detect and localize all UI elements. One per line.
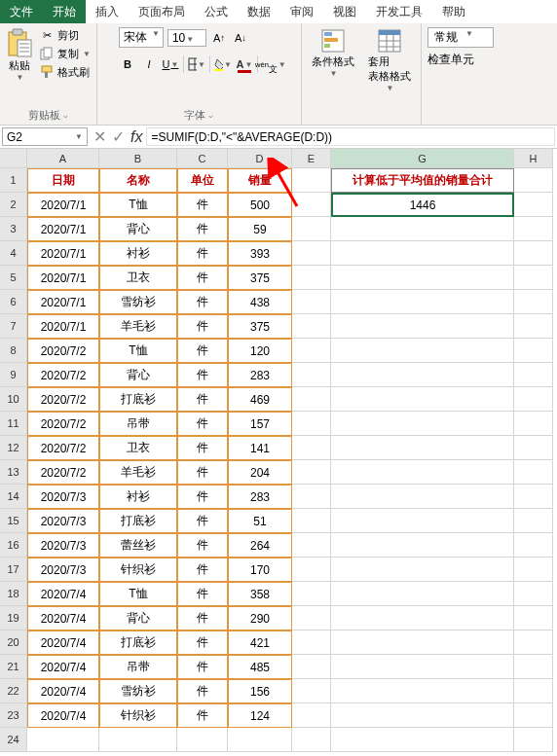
- cell[interactable]: [331, 460, 514, 485]
- cut-button[interactable]: ✂剪切: [39, 27, 91, 43]
- cell[interactable]: [331, 217, 514, 241]
- cell[interactable]: 2020/7/2: [27, 339, 99, 363]
- cell[interactable]: [514, 363, 553, 387]
- cell[interactable]: 2020/7/3: [27, 485, 99, 509]
- cell[interactable]: T恤: [99, 339, 177, 363]
- row-header[interactable]: 2: [0, 193, 27, 217]
- cell[interactable]: [292, 679, 331, 703]
- col-header-H[interactable]: H: [514, 149, 553, 168]
- cell[interactable]: [514, 314, 553, 339]
- cell[interactable]: [514, 217, 553, 241]
- cell[interactable]: [292, 339, 331, 363]
- cell[interactable]: [514, 655, 553, 679]
- cell[interactable]: 打底衫: [99, 630, 177, 655]
- decrease-font-button[interactable]: A↓: [232, 29, 249, 47]
- cell[interactable]: 438: [228, 290, 292, 314]
- cell[interactable]: [514, 679, 553, 703]
- cell[interactable]: [331, 387, 514, 412]
- cell[interactable]: 393: [228, 241, 292, 266]
- dialog-launcher-icon[interactable]: ⌵: [63, 111, 68, 120]
- cell[interactable]: [514, 509, 553, 533]
- cell[interactable]: T恤: [99, 193, 177, 217]
- cell[interactable]: [514, 703, 553, 728]
- cell[interactable]: 2020/7/1: [27, 290, 99, 314]
- format-as-table-button[interactable]: 套用 表格格式▼: [364, 27, 415, 92]
- cell[interactable]: [331, 558, 514, 582]
- cell[interactable]: 针织衫: [99, 558, 177, 582]
- cell[interactable]: [177, 728, 228, 752]
- cell[interactable]: [514, 533, 553, 558]
- cell[interactable]: [292, 558, 331, 582]
- row-header[interactable]: 4: [0, 241, 27, 266]
- cell[interactable]: 衬衫: [99, 485, 177, 509]
- number-format-select[interactable]: 常规▼: [427, 27, 494, 48]
- cell[interactable]: 500: [228, 193, 292, 217]
- cell[interactable]: 264: [228, 533, 292, 558]
- cell[interactable]: 打底衫: [99, 387, 177, 412]
- cell[interactable]: 名称: [99, 168, 177, 193]
- cell[interactable]: [514, 387, 553, 412]
- row-header[interactable]: 16: [0, 533, 27, 558]
- cell[interactable]: [331, 630, 514, 655]
- cell[interactable]: [331, 509, 514, 533]
- cell[interactable]: 421: [228, 630, 292, 655]
- cell[interactable]: 2020/7/1: [27, 266, 99, 290]
- cell[interactable]: [228, 728, 292, 752]
- cell[interactable]: 2020/7/1: [27, 193, 99, 217]
- col-header-B[interactable]: B: [99, 149, 177, 168]
- cell[interactable]: [292, 314, 331, 339]
- col-header-E[interactable]: E: [292, 149, 331, 168]
- col-header-A[interactable]: A: [27, 149, 99, 168]
- conditional-format-button[interactable]: 条件格式▼: [308, 27, 358, 78]
- cell[interactable]: [514, 339, 553, 363]
- cell[interactable]: 针织衫: [99, 703, 177, 728]
- tab-review[interactable]: 审阅: [280, 0, 323, 23]
- cell[interactable]: [292, 728, 331, 752]
- cell[interactable]: 件: [177, 436, 228, 460]
- select-all-corner[interactable]: [0, 149, 27, 168]
- cell[interactable]: 日期: [27, 168, 99, 193]
- row-header[interactable]: 6: [0, 290, 27, 314]
- cell[interactable]: 羊毛衫: [99, 314, 177, 339]
- row-header[interactable]: 13: [0, 460, 27, 485]
- row-header[interactable]: 23: [0, 703, 27, 728]
- cell[interactable]: 件: [177, 241, 228, 266]
- cell[interactable]: [331, 314, 514, 339]
- row-header[interactable]: 15: [0, 509, 27, 533]
- row-header[interactable]: 20: [0, 630, 27, 655]
- cell[interactable]: [514, 728, 553, 752]
- cell[interactable]: [514, 485, 553, 509]
- tab-insert[interactable]: 插入: [86, 0, 129, 23]
- cell[interactable]: 375: [228, 314, 292, 339]
- cell[interactable]: [292, 630, 331, 655]
- cell[interactable]: [292, 703, 331, 728]
- cell[interactable]: [292, 582, 331, 606]
- fx-icon[interactable]: fx: [130, 128, 142, 146]
- cell[interactable]: 件: [177, 679, 228, 703]
- cell[interactable]: [292, 485, 331, 509]
- cell[interactable]: [514, 168, 553, 193]
- cell[interactable]: 2020/7/1: [27, 241, 99, 266]
- cell[interactable]: [292, 509, 331, 533]
- cell[interactable]: [331, 679, 514, 703]
- cell[interactable]: 290: [228, 606, 292, 630]
- cell[interactable]: 2020/7/2: [27, 387, 99, 412]
- cell[interactable]: 124: [228, 703, 292, 728]
- cell[interactable]: 羊毛衫: [99, 460, 177, 485]
- border-button[interactable]: ▼: [188, 55, 205, 73]
- cell[interactable]: [331, 728, 514, 752]
- cell[interactable]: 2020/7/2: [27, 363, 99, 387]
- row-header[interactable]: 9: [0, 363, 27, 387]
- row-header[interactable]: 17: [0, 558, 27, 582]
- italic-button[interactable]: I: [140, 55, 158, 73]
- cell[interactable]: 件: [177, 582, 228, 606]
- font-size-select[interactable]: 10▼: [167, 29, 206, 47]
- cell[interactable]: [514, 241, 553, 266]
- tab-home[interactable]: 开始: [43, 0, 86, 23]
- cell[interactable]: [514, 266, 553, 290]
- cell[interactable]: [331, 703, 514, 728]
- tab-view[interactable]: 视图: [323, 0, 366, 23]
- cell[interactable]: [514, 460, 553, 485]
- cell[interactable]: 2020/7/3: [27, 533, 99, 558]
- cell[interactable]: [292, 387, 331, 412]
